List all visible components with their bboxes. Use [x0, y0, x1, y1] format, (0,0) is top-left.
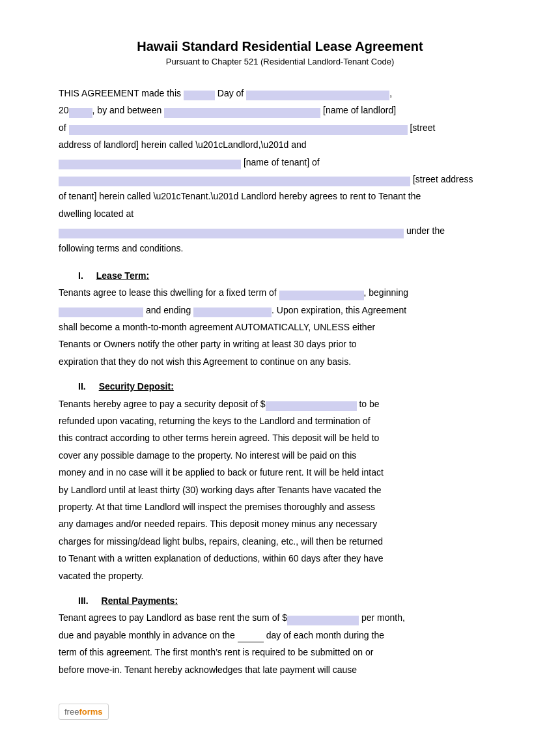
security-deposit-text-1: Tenants hereby agree to pay a security d… — [59, 397, 501, 411]
tenant-addr-label: [street address — [413, 174, 473, 184]
section-i-title-row: I. Lease Term: — [59, 268, 501, 283]
lease-term-title: Lease Term: — [96, 268, 149, 283]
security-deposit-text-6: by Landlord until at least thirty (30) w… — [59, 483, 501, 497]
section-lease-term: I. Lease Term: Tenants agree to lease th… — [59, 268, 501, 369]
date-field[interactable] — [246, 91, 389, 100]
tenant-address-field[interactable] — [59, 177, 410, 186]
freeforms-badge: freeforms — [59, 704, 109, 720]
document-page: Hawaii Standard Residential Lease Agreem… — [0, 0, 560, 729]
dwelling-address-field[interactable] — [59, 229, 404, 238]
title-section: Hawaii Standard Residential Lease Agreem… — [59, 39, 501, 66]
under-text: under the — [406, 225, 445, 236]
of-text: of — [59, 122, 69, 133]
document-subtitle: Pursuant to Chapter 521 (Residential Lan… — [59, 57, 501, 66]
security-deposit-text-9: charges for missing/dead light bulbs, re… — [59, 534, 501, 549]
section-iii-title-row: III. Rental Payments: — [59, 593, 501, 608]
rental-text-3: term of this agreement. The first month’… — [59, 645, 501, 659]
tenant-name-label: [name of tenant] of — [244, 157, 320, 167]
tenant-name-field[interactable] — [59, 160, 241, 169]
free-text: free — [64, 707, 79, 717]
security-deposit-text-3: this contract according to other terms h… — [59, 431, 501, 445]
roman-iii: III. — [78, 593, 89, 608]
section-ii-title-row: II. Security Deposit: — [59, 379, 501, 393]
landlord-addr-label-2: address of landlord] herein called \u201… — [59, 139, 307, 150]
lease-start-field[interactable] — [59, 307, 143, 317]
year-field[interactable] — [69, 108, 92, 118]
section-security-deposit: II. Security Deposit: Tenants hereby agr… — [59, 379, 501, 583]
document-title: Hawaii Standard Residential Lease Agreem… — [59, 39, 501, 54]
lease-term-dates: and ending . Upon expiration, this Agree… — [59, 303, 501, 317]
rent-day-field[interactable] — [238, 633, 264, 642]
lease-term-duration-field[interactable] — [279, 291, 364, 300]
lease-term-continue: expiration that they do not wish this Ag… — [59, 354, 501, 369]
rental-payments-title: Rental Payments: — [102, 593, 178, 608]
comma: , — [389, 88, 392, 98]
rental-text-4: before move-in. Tenant hereby acknowledg… — [59, 663, 501, 677]
year-prefix: 20 — [59, 105, 69, 115]
section-rental-payments: III. Rental Payments: Tenant agrees to p… — [59, 593, 501, 677]
following-text: following terms and conditions. — [59, 243, 183, 253]
security-deposit-title: Security Deposit: — [99, 379, 174, 393]
intro-block: THIS AGREEMENT made this Day of , 20, by… — [59, 86, 501, 255]
lease-term-auto: shall become a month-to-month agreement … — [59, 320, 501, 334]
rental-text-1: Tenant agrees to pay Landlord as base re… — [59, 610, 501, 625]
roman-i: I. — [78, 268, 83, 283]
lease-term-notice: Tenants or Owners notify the other party… — [59, 337, 501, 351]
dwelling-text: dwelling located at — [59, 208, 133, 219]
landlord-address-field[interactable] — [69, 125, 408, 135]
day-of-text: Day of — [217, 88, 246, 98]
security-deposit-text-11: vacated the property. — [59, 569, 501, 583]
forms-text: forms — [79, 707, 102, 717]
by-and-between: , by and between — [92, 105, 165, 115]
landlord-addr-label: [street — [410, 122, 435, 133]
security-deposit-text-5: money and in no case will it be applied … — [59, 465, 501, 479]
security-deposit-text-10: to Tenant with a written explanation of … — [59, 551, 501, 565]
rental-text-2: due and payable monthly in advance on th… — [59, 628, 501, 642]
day-field[interactable] — [184, 91, 215, 100]
rent-amount-field[interactable] — [287, 616, 359, 625]
deposit-amount-field[interactable] — [266, 401, 357, 411]
security-deposit-text-2: refunded upon vacating, returning the ke… — [59, 414, 501, 428]
landlord-name-field[interactable] — [164, 108, 320, 118]
landlord-label: [name of landlord] — [323, 105, 396, 115]
security-deposit-text-8: any damages and/or needed repairs. This … — [59, 517, 501, 531]
tenant-called-text: of tenant] herein called \u201cTenant.\u… — [59, 191, 421, 201]
lease-term-text: Tenants agree to lease this dwelling for… — [59, 285, 501, 300]
roman-ii: II. — [78, 379, 86, 393]
lease-end-field[interactable] — [193, 307, 272, 317]
security-deposit-text-7: property. At that time Landlord will ins… — [59, 500, 501, 514]
agreement-intro-text: THIS AGREEMENT made this — [59, 88, 184, 98]
security-deposit-text-4: cover any possible damage to the propert… — [59, 448, 501, 463]
